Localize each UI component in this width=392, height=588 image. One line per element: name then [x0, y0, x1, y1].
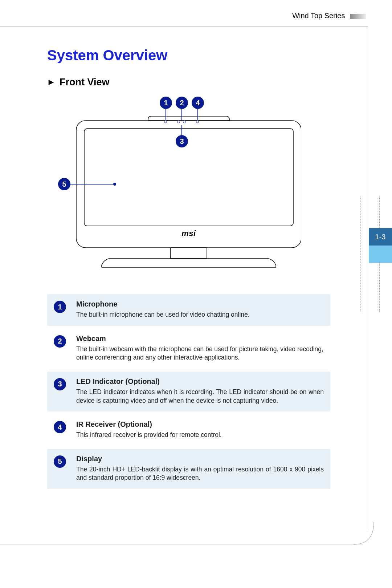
- bottom-rule: [0, 544, 363, 544]
- callout-badge-3: 3: [176, 135, 188, 147]
- callout-dot-4: [196, 120, 199, 123]
- callout-dot-2a: [177, 120, 180, 123]
- item-ir-receiver: 4 IR Receiver (Optional) This infrared r…: [47, 414, 330, 446]
- subsection-title: Front View: [60, 77, 110, 88]
- callout-item-list: 1 Microphone The built-in microphone can…: [47, 294, 330, 489]
- item-badge-1: 1: [54, 301, 66, 313]
- item-webcam: 2 Webcam The built-in webcam with the mi…: [47, 329, 330, 369]
- page-number-tab: 1-3: [369, 228, 392, 246]
- item-body: Microphone The built-in microphone can b…: [76, 300, 324, 319]
- callout-line-2: [181, 109, 182, 121]
- item-title: LED Indicator (Optional): [76, 377, 324, 386]
- item-display: 5 Display The 20-inch HD+ LED-backlit di…: [47, 449, 330, 489]
- item-led-indicator: 3 LED Indicator (Optional) The LED indic…: [47, 372, 330, 411]
- callout-badge-2: 2: [176, 97, 188, 109]
- callout-dot-5: [113, 183, 116, 186]
- header-swatch-icon: [350, 14, 366, 19]
- page-content: System Overview Front View 1 2 4 3 5: [47, 47, 330, 489]
- item-desc: The LED indicator indicates when it is r…: [76, 388, 324, 405]
- item-badge-3: 3: [54, 378, 66, 390]
- monitor-outline-icon: [76, 116, 301, 269]
- item-title: IR Receiver (Optional): [76, 420, 324, 429]
- item-desc: This infrared receiver is provided for r…: [76, 431, 324, 439]
- brand-logo: msi: [181, 229, 196, 238]
- callout-badge-1: 1: [160, 97, 172, 109]
- item-desc: The built-in microphone can be used for …: [76, 311, 324, 319]
- series-label: Wind Top Series: [292, 12, 345, 20]
- item-title: Display: [76, 455, 324, 463]
- svg-rect-1: [84, 129, 293, 226]
- top-rule: [0, 26, 368, 27]
- arrow-right-icon: [47, 78, 55, 86]
- item-desc: The built-in webcam with the microphone …: [76, 345, 324, 362]
- item-badge-2: 2: [54, 335, 66, 348]
- callout-badge-5: 5: [58, 178, 70, 190]
- page-header: Wind Top Series: [292, 12, 366, 20]
- callout-line-1: [166, 109, 166, 121]
- item-body: LED Indicator (Optional) The LED indicat…: [76, 377, 324, 405]
- callout-line-4: [197, 109, 198, 121]
- item-body: IR Receiver (Optional) This infrared rec…: [76, 420, 324, 439]
- callout-line-5: [70, 184, 113, 184]
- item-desc: The 20-inch HD+ LED-backlit display is w…: [76, 465, 324, 482]
- page-accent-tab: [369, 246, 392, 263]
- item-body: Display The 20-inch HD+ LED-backlit disp…: [76, 455, 324, 482]
- item-microphone: 1 Microphone The built-in microphone can…: [47, 294, 330, 326]
- item-badge-5: 5: [54, 455, 66, 468]
- callout-dot-2b: [183, 120, 186, 123]
- subsection-head: Front View: [47, 77, 330, 88]
- item-title: Webcam: [76, 334, 324, 343]
- item-badge-4: 4: [54, 421, 66, 433]
- callout-line-3: [181, 125, 182, 136]
- callout-badge-4: 4: [192, 97, 204, 109]
- corner-curve-icon: [354, 522, 383, 545]
- front-view-figure: 1 2 4 3 5: [47, 94, 330, 269]
- page-title: System Overview: [47, 47, 330, 64]
- item-title: Microphone: [76, 300, 324, 308]
- callout-dot-1: [164, 120, 167, 123]
- item-body: Webcam The built-in webcam with the micr…: [76, 334, 324, 362]
